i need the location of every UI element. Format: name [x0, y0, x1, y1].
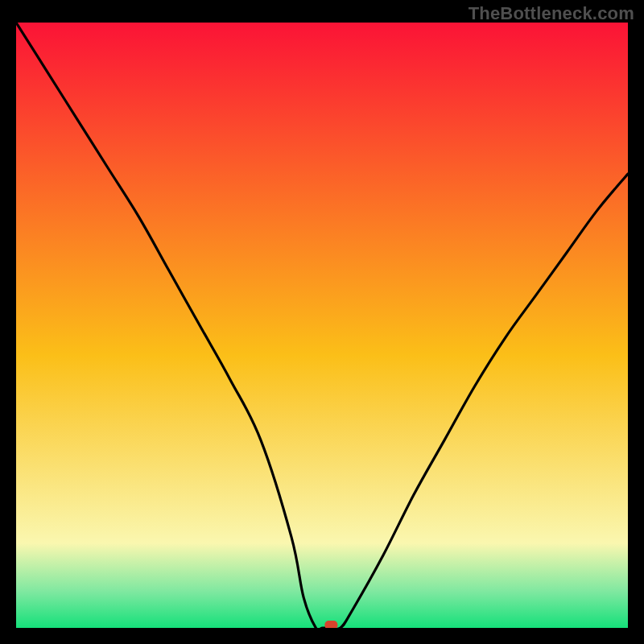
- gradient-background: [16, 23, 628, 628]
- chart-frame: TheBottleneck.com: [0, 0, 644, 644]
- chart-svg: [16, 23, 628, 628]
- optimal-point-marker: [324, 621, 337, 628]
- plot-area: [16, 23, 628, 628]
- watermark-text: TheBottleneck.com: [469, 3, 634, 24]
